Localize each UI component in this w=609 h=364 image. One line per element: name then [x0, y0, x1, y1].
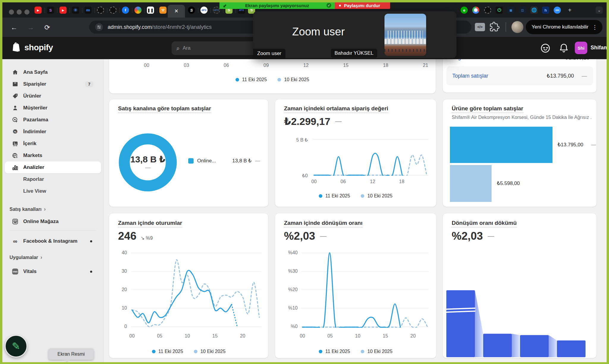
chrome-menu-kebab-icon[interactable]: ⋮	[592, 24, 598, 31]
tab-hn-icon[interactable]: h	[542, 7, 549, 14]
sidebar-item-analytics[interactable]: Analizler	[5, 161, 101, 173]
sidebar-item-reports[interactable]: Raporlar	[5, 173, 101, 185]
self-name-label: Zoom user	[253, 49, 285, 58]
apps-header[interactable]: Uygulamalar ›	[10, 254, 42, 261]
back-button[interactable]: ←	[8, 22, 20, 33]
sidebar-item-content[interactable]: İçerik	[5, 138, 101, 150]
sidebar-item-facebook-instagram[interactable]: ∞ Facebook & Instagram	[5, 235, 101, 247]
tab-chrome-icon[interactable]	[472, 7, 479, 14]
sidebar-item-discounts[interactable]: % İndirimler	[5, 126, 101, 138]
sidebar-item-label: Online Mağaza	[23, 219, 59, 225]
store-name[interactable]: Shifam	[591, 45, 608, 51]
x-tick: 06	[340, 179, 346, 184]
notifications-bell-icon[interactable]	[558, 43, 569, 54]
tab-pause-icon[interactable]: ❚❚	[147, 7, 154, 14]
tab-e-icon[interactable]: e	[461, 7, 468, 14]
x-tick: 15	[212, 333, 218, 339]
tab-builder-icon[interactable]: ⚒	[159, 7, 167, 14]
window-minimize-button[interactable]	[17, 10, 22, 15]
card-title[interactable]: Ürüne göre toplam satışlar	[452, 105, 523, 112]
banner-arrow-icon[interactable]: ⬋	[223, 3, 227, 8]
card-avg-order-value: Zaman içindeki ortalama sipariş değeri ₺…	[275, 99, 437, 207]
sidebar-item-live-view[interactable]: Live View	[5, 185, 101, 197]
zoom-participant-overlay[interactable]: Zoom user Zoom user Bahadır YÜKSEL	[253, 11, 456, 58]
sidebar-item-customers[interactable]: Müşteriler	[5, 102, 101, 114]
card-title[interactable]: Zaman içinde oturumlar	[118, 220, 182, 226]
sidebar-item-orders[interactable]: Siparişler 7	[5, 78, 101, 90]
sidebar-item-label: Facebook & Instagram	[23, 238, 77, 244]
participant-video-thumbnail[interactable]	[384, 14, 426, 56]
tab-youtube-icon[interactable]: ▶	[34, 7, 42, 14]
sidebar-item-products[interactable]: Ürünler	[5, 90, 101, 102]
storefront-icon	[12, 218, 18, 225]
share-border-right	[607, 0, 609, 364]
card-conversion-over-time: Zaman içinde dönüşüm oranı %2,03 — %40 %…	[275, 213, 437, 358]
sidebar-item-label: Ana Sayfa	[23, 69, 48, 75]
tab-youtube2-icon[interactable]: ▶	[59, 7, 67, 14]
forward-button[interactable]: →	[25, 22, 36, 33]
bar-previous[interactable]	[450, 165, 492, 202]
sidekick-icon[interactable]	[540, 43, 551, 54]
summary-row-total-sales[interactable]: Toplam satışlar ₺13.795,00 —	[446, 66, 593, 85]
tab-zoom-icon[interactable]: zm	[554, 7, 561, 14]
sidebar-item-markets[interactable]: $ Markets	[5, 150, 101, 161]
url-path: /store/4nmhr2-tj/analytics	[152, 24, 212, 30]
donut-legend-row[interactable]: Online... 13,8 B ₺ —	[188, 158, 260, 164]
tab-swirl-icon[interactable]: S	[188, 7, 195, 14]
chart-legend: 11 Eki 2025 10 Eki 2025	[109, 77, 436, 82]
tab-4px-icon[interactable]: 4PX	[200, 7, 208, 14]
profile-avatar[interactable]	[511, 21, 523, 33]
analytics-bars-icon	[12, 164, 18, 171]
tab-photos-icon[interactable]	[134, 7, 142, 14]
stop-share-button[interactable]: ■ Paylaşımı durdur	[335, 2, 390, 9]
sidebar-item-marketing[interactable]: Pazarlama	[5, 114, 101, 126]
sidebar-item-online-store[interactable]: Online Mağaza	[5, 216, 101, 228]
shopify-logo[interactable]: shopify	[11, 42, 53, 54]
sidebar-item-label: Pazarlama	[23, 117, 48, 123]
store-avatar[interactable]: Shi	[575, 42, 587, 54]
devtools-code-icon[interactable]: </>	[475, 23, 485, 31]
tab-s-app-icon[interactable]: S	[47, 7, 54, 14]
x-tick: 03	[184, 63, 189, 68]
tab-snowflake-icon[interactable]: ✳	[72, 7, 79, 14]
site-info-icon[interactable]	[95, 23, 103, 31]
card-title[interactable]: Zaman içindeki ortalama sipariş değeri	[284, 105, 388, 112]
window-close-button[interactable]	[9, 10, 14, 15]
window-zoom-button[interactable]	[24, 10, 29, 15]
aov-line-chart[interactable]	[312, 137, 429, 178]
media-icon	[12, 140, 18, 147]
sessions-line-chart[interactable]	[130, 250, 262, 330]
tab-marketplace2-icon[interactable]	[109, 7, 117, 14]
tab-marketplace3-icon[interactable]	[484, 7, 491, 14]
sidebar-item-home[interactable]: Ana Sayfa	[5, 66, 101, 78]
tab-globe-icon[interactable]: 🌐	[530, 7, 538, 14]
tab-marketplace-icon[interactable]	[97, 7, 104, 14]
y-tick: %20	[275, 287, 298, 292]
sessions-metric: 246	[118, 230, 136, 242]
extensions-puzzle-icon[interactable]	[489, 22, 500, 32]
card-title[interactable]: Satış kanalına göre toplam satışlar	[118, 105, 211, 112]
new-tab-button[interactable]: +	[566, 7, 573, 14]
screenshot-tooltip: Ekran Resmi	[48, 349, 94, 360]
sales-channels-header[interactable]: Satış kanalları ›	[10, 206, 46, 212]
conversion-line-chart[interactable]	[301, 250, 430, 330]
conversion-metric: %2,03	[284, 230, 315, 242]
bar-current[interactable]	[450, 127, 553, 163]
tab-4px-dim-icon[interactable]: 4PX	[213, 7, 220, 14]
tab-facebook-icon[interactable]: f	[122, 7, 129, 14]
tab-search-chevron[interactable]: ⌄	[596, 7, 603, 14]
tab-power-icon[interactable]: ⏻	[496, 7, 503, 14]
funnel-chart[interactable]	[446, 290, 594, 357]
x-tick: 21	[423, 63, 428, 68]
chrome-update-button[interactable]: Yeni Chrome kullanılabilir ⋮	[526, 20, 602, 34]
screenshot-annotate-button[interactable]: ✎	[5, 335, 27, 357]
active-tab[interactable]: ✕	[168, 5, 185, 18]
tab-dev2-icon[interactable]: ◫	[519, 7, 526, 14]
sidebar-item-vitals[interactable]: vitals Vitals	[5, 266, 101, 277]
card-title[interactable]: Dönüşüm oranı dökümü	[452, 220, 517, 226]
card-title[interactable]: Zaman içinde dönüşüm oranı	[284, 220, 362, 226]
tab-dev1-icon[interactable]: ▦	[507, 7, 514, 14]
reload-button[interactable]: ⟳	[42, 22, 53, 33]
y-label-zero: ₺0	[275, 173, 308, 178]
tab-meta-icon[interactable]: ∞	[84, 7, 92, 14]
